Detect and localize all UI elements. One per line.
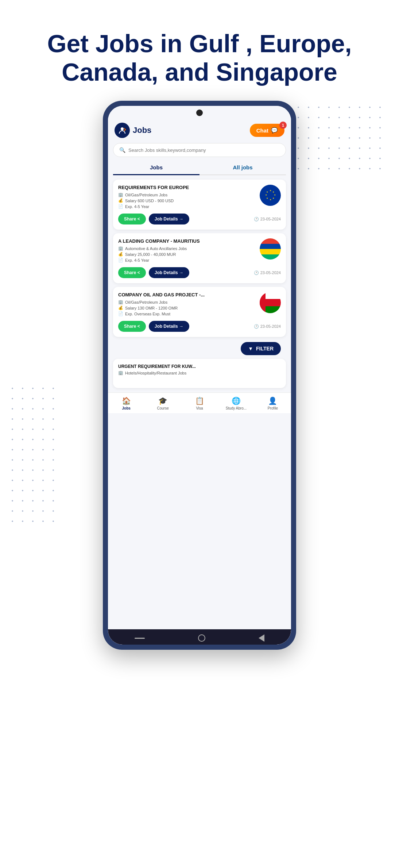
job-card-3: COMPANY OIL AND GAS PROJECT -... 🏢 Oil/G…	[113, 287, 286, 337]
chat-button[interactable]: Chat 💬 1	[250, 124, 284, 137]
app-logo-icon	[115, 123, 130, 138]
details-button-1[interactable]: Job Details →	[149, 214, 189, 224]
flag-europe: ★ ★ ★ ★ ★ ★ ★ ★	[260, 185, 281, 206]
job-actions-3: Share < Job Details → 🕐 23-05-2024	[118, 321, 281, 332]
app-title: Jobs	[133, 126, 151, 135]
phone-mockup: Jobs Chat 💬 1 🔍	[103, 101, 296, 650]
svg-text:★: ★	[266, 197, 268, 199]
job-date-3: 🕐 23-05-2024	[254, 324, 281, 329]
filter-button-area: ▼ FILTER	[113, 341, 286, 355]
job-meta-2-sal: 💰 Salary 25,000 - 40,000 MUR	[118, 252, 256, 257]
details-button-3[interactable]: Job Details →	[149, 321, 189, 332]
svg-point-0	[121, 127, 124, 130]
share-button-2[interactable]: Share <	[118, 267, 146, 278]
dots-decoration-left	[7, 383, 55, 529]
nav-item-profile[interactable]: 👤 Profile	[255, 396, 291, 410]
nav-icon-profile: 👤	[268, 396, 277, 405]
search-input[interactable]	[128, 147, 280, 153]
exp-icon-2: 📄	[118, 258, 123, 262]
job-title-3: COMPANY OIL AND GAS PROJECT -...	[118, 292, 256, 297]
nav-label-visa: Visa	[196, 406, 203, 410]
job-card-3-top: COMPANY OIL AND GAS PROJECT -... 🏢 Oil/G…	[118, 292, 281, 317]
job-date-1: 🕐 23-05-2024	[254, 217, 281, 222]
bottom-back-triangle	[259, 634, 264, 642]
job-meta-4-cat: 🏢 Hotels/Hospitality/Restaurant Jobs	[118, 370, 281, 375]
search-box[interactable]: 🔍	[113, 143, 286, 157]
job-card-2: A LEADING COMPANY - MAURITIUS 🏢 Automoti…	[113, 233, 286, 283]
phone-outer: Jobs Chat 💬 1 🔍	[103, 101, 296, 650]
app-header: Jobs Chat 💬 1	[108, 118, 291, 141]
app-logo-area: Jobs	[115, 123, 151, 138]
chat-button-label: Chat	[256, 127, 268, 134]
job-date-2: 🕐 23-05-2024	[254, 270, 281, 275]
flag-mauritius	[260, 238, 281, 260]
exp-icon-3: 📄	[118, 311, 123, 316]
svg-text:★: ★	[272, 191, 274, 193]
job-title-1: REQUIREMENTS FOR EUROPE	[118, 185, 260, 190]
tab-all-jobs[interactable]: All jobs	[200, 161, 286, 174]
phone-notch	[108, 106, 291, 118]
nav-label-course: Course	[157, 406, 168, 410]
details-button-2[interactable]: Job Details →	[149, 267, 189, 278]
nav-item-jobs[interactable]: 🏠 Jobs	[108, 396, 144, 410]
svg-text:★: ★	[270, 199, 271, 201]
search-icon: 🔍	[119, 147, 125, 153]
svg-text:★: ★	[272, 197, 274, 199]
job-meta-1-sal: 💰 Salary 600 USD - 900 USD	[118, 198, 260, 203]
job-meta-2-exp: 📄 Exp. 4-5 Year	[118, 258, 256, 262]
phone-camera	[196, 110, 203, 116]
svg-text:★: ★	[270, 189, 271, 192]
phone-bottom-bar	[108, 629, 291, 645]
job-meta-1-cat: 🏢 Oil/Gas/Petroleum Jobs	[118, 192, 260, 197]
job-actions-1: Share < Job Details → 🕐 23-05-2024	[118, 214, 281, 224]
job-info-2: A LEADING COMPANY - MAURITIUS 🏢 Automoti…	[118, 238, 256, 264]
dots-decoration-top	[293, 102, 388, 175]
job-card-1: REQUIREMENTS FOR EUROPE 🏢 Oil/Gas/Petrol…	[113, 180, 286, 230]
clock-icon-1: 🕐	[254, 217, 259, 222]
chat-icon: 💬	[271, 127, 278, 134]
job-title-4: URGENT REQUIREMENT FOR KUW...	[118, 364, 281, 369]
svg-rect-14	[260, 292, 266, 313]
chat-badge: 1	[279, 122, 287, 129]
svg-text:★: ★	[265, 194, 267, 196]
job-actions-2: Share < Job Details → 🕐 23-05-2024	[118, 267, 281, 278]
nav-icon-visa: 📋	[195, 396, 204, 405]
building-icon-2: 🏢	[118, 246, 123, 251]
job-meta-3-cat: 🏢 Oil/Gas/Petroleum Jobs	[118, 300, 256, 304]
share-button-1[interactable]: Share <	[118, 214, 146, 224]
nav-label-jobs: Jobs	[122, 406, 131, 410]
nav-item-course[interactable]: 🎓 Course	[144, 396, 181, 410]
hero-section: Get Jobs in Gulf , Europe, Canada, and S…	[0, 0, 399, 101]
clock-icon-2: 🕐	[254, 270, 259, 275]
hero-title: Get Jobs in Gulf , Europe, Canada, and S…	[29, 29, 370, 86]
job-meta-3-exp: 📄 Exp. Overseas Exp. Must	[118, 311, 256, 316]
building-icon: 🏢	[118, 192, 123, 197]
clock-icon-3: 🕐	[254, 324, 259, 329]
nav-label-study: Study Abro...	[226, 406, 247, 410]
job-card-4: URGENT REQUIREMENT FOR KUW... 🏢 Hotels/H…	[113, 359, 286, 388]
nav-icon-course: 🎓	[158, 396, 167, 405]
share-button-3[interactable]: Share <	[118, 321, 146, 332]
nav-icon-jobs: 🏠	[122, 396, 131, 405]
tab-jobs[interactable]: Jobs	[113, 161, 200, 175]
job-meta-3-sal: 💰 Salary 130 OMR - 1200 OMR	[118, 306, 256, 310]
salary-icon: 💰	[118, 198, 123, 203]
search-container: 🔍	[108, 141, 291, 161]
app-screen: Jobs Chat 💬 1 🔍	[108, 118, 291, 629]
building-icon-3: 🏢	[118, 300, 123, 304]
tabs-row: Jobs All jobs	[113, 161, 286, 175]
job-meta-1-exp: 📄 Exp. 4-5 Year	[118, 204, 260, 209]
bottom-nav: 🏠 Jobs 🎓 Course 📋 Visa 🌐 Study Abro...	[108, 392, 291, 413]
bottom-gesture-lines	[135, 638, 145, 639]
job-meta-2-cat: 🏢 Automotive & Auto Ancillaries Jobs	[118, 246, 256, 251]
nav-label-profile: Profile	[268, 406, 278, 410]
nav-item-visa[interactable]: 📋 Visa	[181, 396, 218, 410]
nav-icon-study: 🌐	[232, 396, 241, 405]
filter-button[interactable]: ▼ FILTER	[241, 342, 281, 355]
job-title-2: A LEADING COMPANY - MAURITIUS	[118, 238, 256, 244]
bottom-home-circle	[198, 634, 205, 642]
salary-icon-3: 💰	[118, 306, 123, 310]
nav-item-study[interactable]: 🌐 Study Abro...	[218, 396, 254, 410]
svg-text:★: ★	[274, 194, 276, 196]
flag-oman	[260, 292, 281, 313]
